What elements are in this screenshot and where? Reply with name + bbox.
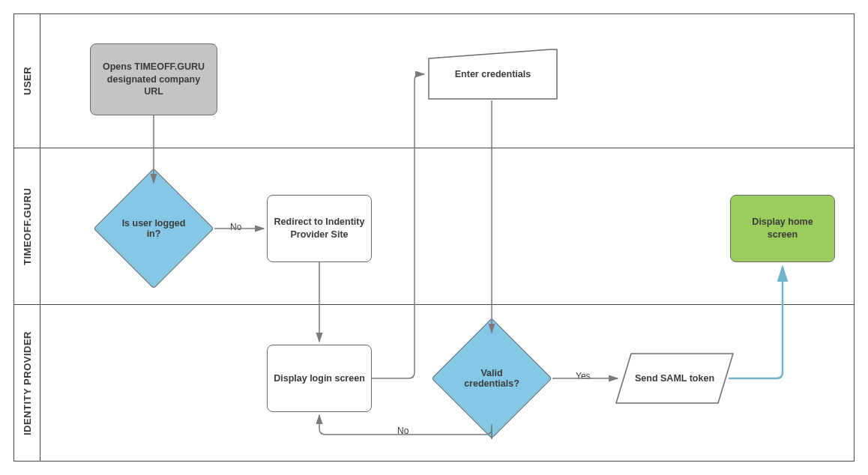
- edge-label-no-2: No: [397, 426, 409, 436]
- node-redirect: Redirect to Indentity Provider Site: [267, 195, 372, 262]
- swimlane-diagram: USER TIMEOFF.GURU IDENTITY PROVIDER Open…: [0, 0, 868, 475]
- lane-label-idp: IDENTITY PROVIDER: [18, 304, 36, 462]
- node-logged-in: Is user logged in?: [111, 186, 196, 271]
- lane-label-user: USER: [18, 13, 36, 148]
- node-valid-credentials: Valid credentials?: [449, 336, 534, 421]
- node-display-login: Display login screen: [267, 345, 372, 412]
- node-send-saml: Send SAML token: [615, 352, 735, 405]
- node-enter-credentials: Enter credentials: [427, 48, 558, 100]
- edge-label-no-1: No: [230, 222, 241, 232]
- node-open-url: Opens TIMEOFF.GURU designated company UR…: [90, 43, 217, 115]
- lane-label-app: TIMEOFF.GURU: [18, 148, 36, 305]
- node-display-home: Display home screen: [730, 195, 835, 262]
- edge-label-yes: Yes: [576, 371, 591, 381]
